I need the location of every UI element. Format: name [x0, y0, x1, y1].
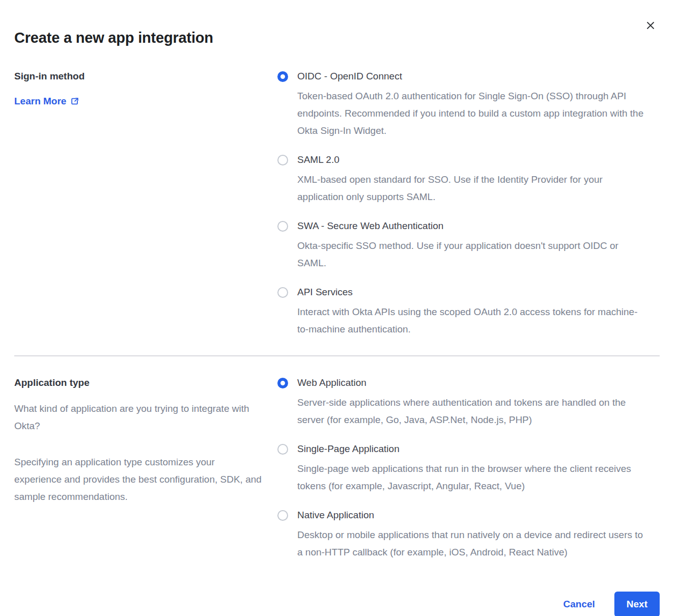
- option-label: Native Application: [297, 509, 646, 521]
- option-text: Native Application Desktop or mobile app…: [297, 509, 646, 561]
- application-type-left-column: Application type What kind of applicatio…: [14, 377, 277, 561]
- dialog-title: Create a new app integration: [14, 0, 660, 46]
- signin-method-section: Sign-in method Learn More OIDC - OpenID …: [14, 70, 660, 338]
- application-type-description-1: What kind of application are you trying …: [14, 400, 262, 435]
- option-text: Single-Page Application Single-page web …: [297, 443, 646, 495]
- dialog-footer: Cancel Next: [14, 592, 660, 616]
- application-type-label: Application type: [14, 377, 262, 389]
- option-label: OIDC - OpenID Connect: [297, 70, 646, 82]
- option-label: Web Application: [297, 377, 646, 389]
- cancel-button[interactable]: Cancel: [563, 599, 595, 610]
- radio-selected-icon[interactable]: [277, 71, 288, 82]
- option-description: Single-page web applications that run in…: [297, 460, 646, 495]
- radio-option-web-application[interactable]: Web Application Server-side applications…: [277, 377, 646, 429]
- radio-option-api-services[interactable]: API Services Interact with Okta APIs usi…: [277, 286, 646, 338]
- radio-option-swa[interactable]: SWA - Secure Web Authentication Okta-spe…: [277, 220, 646, 272]
- option-description: Token-based OAuth 2.0 authentication for…: [297, 88, 646, 139]
- option-description: XML-based open standard for SSO. Use if …: [297, 171, 646, 206]
- option-label: Single-Page Application: [297, 443, 646, 455]
- radio-option-saml[interactable]: SAML 2.0 XML-based open standard for SSO…: [277, 154, 646, 206]
- option-text: API Services Interact with Okta APIs usi…: [297, 286, 646, 338]
- option-description: Server-side applications where authentic…: [297, 394, 646, 429]
- option-text: OIDC - OpenID Connect Token-based OAuth …: [297, 70, 646, 139]
- radio-option-single-page-application[interactable]: Single-Page Application Single-page web …: [277, 443, 646, 495]
- external-link-icon: [70, 97, 79, 106]
- radio-option-native-application[interactable]: Native Application Desktop or mobile app…: [277, 509, 646, 561]
- radio-unselected-icon[interactable]: [277, 221, 288, 232]
- close-button[interactable]: [643, 18, 658, 33]
- option-description: Desktop or mobile applications that run …: [297, 526, 646, 561]
- application-type-options: Web Application Server-side applications…: [277, 377, 646, 561]
- section-divider: [14, 355, 660, 356]
- create-app-integration-dialog: Create a new app integration Sign-in met…: [0, 0, 678, 616]
- option-label: API Services: [297, 286, 646, 298]
- signin-method-label: Sign-in method: [14, 70, 262, 82]
- learn-more-link[interactable]: Learn More: [14, 96, 79, 107]
- next-button[interactable]: Next: [614, 592, 660, 616]
- learn-more-label: Learn More: [14, 96, 66, 107]
- option-label: SWA - Secure Web Authentication: [297, 220, 646, 232]
- option-text: Web Application Server-side applications…: [297, 377, 646, 429]
- radio-selected-icon[interactable]: [277, 378, 288, 388]
- close-icon: [646, 21, 655, 30]
- radio-unselected-icon[interactable]: [277, 444, 288, 455]
- application-type-description-2: Specifying an application type customize…: [14, 454, 262, 506]
- option-text: SAML 2.0 XML-based open standard for SSO…: [297, 154, 646, 206]
- application-type-section: Application type What kind of applicatio…: [14, 377, 660, 561]
- radio-unselected-icon[interactable]: [277, 510, 288, 521]
- option-description: Interact with Okta APIs using the scoped…: [297, 303, 646, 338]
- option-text: SWA - Secure Web Authentication Okta-spe…: [297, 220, 646, 272]
- signin-method-options: OIDC - OpenID Connect Token-based OAuth …: [277, 70, 646, 338]
- option-description: Okta-specific SSO method. Use if your ap…: [297, 237, 646, 272]
- radio-unselected-icon[interactable]: [277, 155, 288, 165]
- signin-method-left-column: Sign-in method Learn More: [14, 70, 277, 338]
- radio-unselected-icon[interactable]: [277, 287, 288, 298]
- option-label: SAML 2.0: [297, 154, 646, 166]
- radio-option-oidc[interactable]: OIDC - OpenID Connect Token-based OAuth …: [277, 70, 646, 139]
